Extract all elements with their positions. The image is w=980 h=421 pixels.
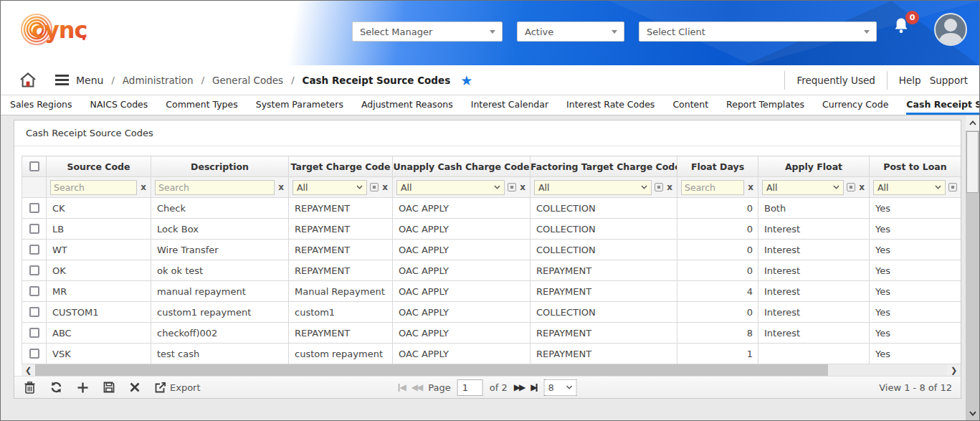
content-panel: Cash Receipt Source Codes Source Code De…	[14, 120, 961, 399]
table-row: CK Check REPAYMENT OAC APPLY COLLECTION …	[22, 198, 961, 219]
table-row: CUSTOM1 custom1 repayment custom1 OAC AP…	[22, 302, 961, 323]
column-header[interactable]: Unapply Cash Charge Code	[393, 156, 531, 177]
cell-unapply-cash-charge-code: OAC APPLY	[393, 281, 531, 302]
clear-filter-button[interactable]: x	[858, 182, 865, 192]
filter-operator-button[interactable]	[508, 183, 516, 191]
tab[interactable]: System Parameters	[256, 95, 343, 115]
clear-filter-button[interactable]: x	[519, 182, 526, 192]
clear-filter-button[interactable]: x	[747, 182, 754, 192]
filter-operator-button[interactable]	[948, 183, 957, 191]
row-checkbox[interactable]	[29, 245, 39, 255]
breadcrumb-item[interactable]: General Codes	[212, 75, 283, 86]
clear-filter-button[interactable]: x	[666, 182, 673, 192]
apply-float-filter-select[interactable]: All	[762, 180, 844, 195]
filter-operator-button[interactable]	[847, 183, 855, 191]
tab[interactable]: Cash Receipt Source Codes	[906, 95, 980, 115]
user-avatar[interactable]	[934, 13, 967, 46]
save-button[interactable]	[103, 382, 115, 393]
row-checkbox[interactable]	[29, 224, 39, 234]
menu-label[interactable]: Menu	[76, 75, 103, 86]
favorite-star-icon[interactable]: ★	[460, 72, 472, 88]
vertical-scrollbar-thumb[interactable]	[966, 131, 979, 193]
select-all-checkbox[interactable]	[29, 161, 39, 171]
delete-button[interactable]	[24, 382, 35, 394]
panel-title: Cash Receipt Source Codes	[14, 120, 961, 146]
filter-operator-button[interactable]	[370, 183, 379, 191]
home-icon	[19, 72, 37, 88]
column-header[interactable]: Post to Loan	[870, 156, 961, 177]
tab[interactable]: Currency Code	[822, 95, 888, 115]
menu-icon[interactable]	[55, 72, 69, 87]
clear-filter-button[interactable]: x	[381, 182, 389, 192]
cell-apply-float: Interest	[758, 260, 870, 281]
first-page-button[interactable]: ◀	[399, 382, 405, 392]
tab[interactable]: Content	[672, 95, 708, 115]
column-header[interactable]: Float Days	[677, 156, 758, 177]
cell-source-code: OK	[47, 260, 151, 281]
manager-select-value: Select Manager	[360, 27, 432, 37]
post-to-loan-filter-select[interactable]: All	[873, 180, 946, 195]
source-code-filter-input[interactable]	[50, 180, 137, 195]
clear-filter-button[interactable]: x	[277, 182, 285, 192]
column-header[interactable]: Target Charge Code	[289, 156, 393, 177]
tab[interactable]: Sales Regions	[10, 95, 72, 115]
refresh-button[interactable]	[50, 382, 62, 393]
row-checkbox[interactable]	[29, 203, 39, 213]
cell-factoring-target-charge-code: REPAYMENT	[531, 260, 677, 281]
row-checkbox[interactable]	[29, 328, 39, 338]
manager-select[interactable]: Select Manager	[352, 22, 503, 42]
cell-post-to-loan: Yes	[870, 281, 961, 302]
tab[interactable]: Comment Types	[166, 95, 237, 115]
support-link[interactable]: Support	[926, 75, 979, 86]
scroll-down-button[interactable]	[966, 406, 979, 420]
scroll-up-button[interactable]	[966, 115, 979, 131]
cancel-button[interactable]	[130, 382, 140, 392]
cell-apply-float: Interest	[758, 281, 870, 302]
add-button[interactable]	[77, 382, 88, 393]
float-days-filter-input[interactable]	[681, 180, 744, 195]
filter-operator-button[interactable]	[655, 183, 663, 191]
home-button[interactable]	[19, 72, 37, 88]
column-header[interactable]: Source Code	[47, 156, 151, 177]
cell-float-days: 0	[677, 260, 758, 281]
status-select[interactable]: Active	[517, 22, 624, 42]
cync-logo[interactable]: cync	[19, 7, 91, 55]
page-number-input[interactable]	[457, 379, 483, 396]
chevron-down-icon	[641, 185, 647, 189]
tab[interactable]: Report Templates	[726, 95, 804, 115]
frequently-used-link[interactable]: Frequently Used	[785, 75, 886, 86]
factoring-target-charge-code-filter-select[interactable]: All	[534, 180, 652, 195]
notifications-button[interactable]: 0	[892, 16, 923, 48]
last-page-button[interactable]: ▶	[531, 382, 537, 392]
tab[interactable]: Interest Rate Codes	[566, 95, 655, 115]
column-header[interactable]: Factoring Target Charge Code	[531, 156, 677, 177]
page-size-select[interactable]: 8	[543, 379, 576, 396]
export-button[interactable]: Export	[155, 382, 201, 393]
next-page-button[interactable]: ▶▶	[514, 382, 524, 392]
column-header[interactable]: Apply Float	[758, 156, 870, 177]
row-checkbox[interactable]	[29, 349, 39, 359]
clear-filter-button[interactable]: x	[140, 182, 147, 192]
cell-description: test cash	[151, 344, 289, 364]
row-checkbox[interactable]	[29, 265, 39, 275]
unapply-cash-charge-code-filter-select[interactable]: All	[396, 180, 505, 195]
horizontal-scrollbar-thumb[interactable]	[35, 364, 828, 376]
tab[interactable]: Interest Calendar	[471, 95, 548, 115]
breadcrumb-item[interactable]: Administration	[123, 75, 194, 86]
tab[interactable]: NAICS Codes	[90, 95, 148, 115]
row-checkbox[interactable]	[29, 286, 39, 296]
row-checkbox[interactable]	[29, 307, 39, 317]
scroll-left-button[interactable]: ❮	[22, 364, 35, 376]
data-table: Source Code Description Target Charge Co…	[22, 156, 961, 364]
chevron-down-icon	[612, 30, 617, 34]
cell-apply-float: Interest	[758, 323, 870, 344]
tab[interactable]: Adjustment Reasons	[361, 95, 453, 115]
help-link[interactable]: Help	[888, 75, 926, 86]
client-select[interactable]: Select Client	[639, 22, 877, 42]
scroll-right-button[interactable]: ❯	[947, 364, 961, 376]
cell-factoring-target-charge-code: COLLECTION	[531, 240, 677, 260]
target-charge-code-filter-select[interactable]: All	[292, 180, 367, 195]
column-header[interactable]: Description	[151, 156, 289, 177]
previous-page-button[interactable]: ◀◀	[411, 382, 422, 392]
description-filter-input[interactable]	[155, 180, 275, 195]
